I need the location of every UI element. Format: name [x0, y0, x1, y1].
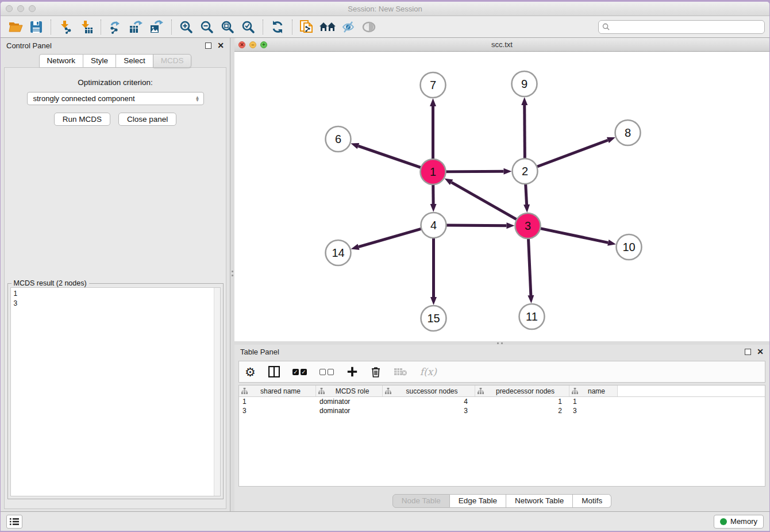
export-image-button[interactable]: [147, 18, 167, 36]
zoom-out-button[interactable]: [197, 18, 217, 36]
edge-2-3[interactable]: [526, 183, 527, 205]
open-session-button[interactable]: [5, 18, 26, 36]
save-session-button[interactable]: [26, 18, 47, 36]
table-cell[interactable]: 3: [569, 406, 618, 415]
horizontal-splitter[interactable]: [234, 341, 769, 345]
edge-3-11[interactable]: [528, 237, 530, 295]
node-11[interactable]: 11: [519, 304, 545, 329]
run-mcds-button[interactable]: Run MCDS: [54, 113, 110, 126]
edge-3-10[interactable]: [539, 228, 608, 242]
table-cell[interactable]: dominator: [316, 397, 383, 406]
import-table-button[interactable]: [76, 18, 97, 36]
floppy-disk-icon: [30, 21, 43, 33]
node-6[interactable]: 6: [326, 126, 351, 152]
edge-1-2[interactable]: [444, 171, 503, 172]
tab-edge-table[interactable]: Edge Table: [450, 494, 506, 508]
node-9[interactable]: 9: [512, 71, 537, 97]
table-cell[interactable]: 1: [475, 397, 569, 406]
result-scrollbar[interactable]: [214, 288, 220, 496]
tab-select[interactable]: Select: [116, 54, 153, 68]
table-cell[interactable]: 4: [383, 397, 475, 406]
tab-mcds[interactable]: MCDS: [153, 54, 192, 68]
import-network-button[interactable]: [55, 18, 76, 36]
function-builder-button[interactable]: f(x): [420, 363, 437, 380]
float-table-panel-icon[interactable]: [745, 349, 751, 355]
column-header-shared-name[interactable]: shared name: [239, 385, 316, 396]
tab-node-table[interactable]: Node Table: [392, 494, 450, 508]
edge-3-1[interactable]: [452, 182, 518, 220]
column-header-name[interactable]: name: [569, 385, 618, 396]
table-cell[interactable]: 3: [383, 406, 475, 415]
add-column-button[interactable]: [346, 363, 358, 380]
vertical-splitter[interactable]: [230, 38, 234, 511]
edge-4-14[interactable]: [359, 229, 422, 247]
zoom-in-icon: [179, 20, 193, 34]
zoom-selected-button[interactable]: [238, 18, 259, 36]
table-row[interactable]: 1dominator411: [239, 397, 765, 406]
node-7[interactable]: 7: [421, 72, 446, 98]
search-field[interactable]: [598, 20, 765, 34]
table-row[interactable]: 3dominator323: [239, 406, 765, 415]
node-1[interactable]: 1: [421, 159, 446, 184]
column-header-predecessor-nodes[interactable]: predecessor nodes: [475, 385, 569, 396]
tab-style[interactable]: Style: [83, 54, 116, 68]
close-panel-button[interactable]: Close panel: [118, 113, 176, 126]
optimization-criterion-select[interactable]: strongly connected component ▲▼: [27, 92, 204, 105]
node-4[interactable]: 4: [421, 213, 446, 238]
table-cell[interactable]: 1: [569, 397, 618, 406]
optimization-criterion-value: strongly connected component: [33, 94, 135, 103]
attribute-tree-icon: [572, 388, 578, 394]
node-2[interactable]: 2: [513, 159, 538, 184]
memory-button[interactable]: Memory: [714, 515, 764, 529]
edge-2-9[interactable]: [525, 105, 525, 160]
select-all-button[interactable]: ✓✓: [292, 363, 307, 380]
hide-eye-slash-icon: [341, 21, 356, 33]
tab-network[interactable]: Network: [39, 54, 84, 68]
toggle-panel-button[interactable]: [268, 363, 280, 380]
show-graphics-details-button[interactable]: [359, 18, 379, 36]
close-panel-icon[interactable]: ✕: [217, 41, 224, 49]
tab-motifs[interactable]: Motifs: [573, 494, 611, 508]
tab-network-table[interactable]: Network Table: [506, 494, 573, 508]
table-settings-button[interactable]: ⚙: [245, 363, 256, 380]
node-8[interactable]: 8: [615, 120, 641, 145]
memory-label: Memory: [730, 517, 757, 526]
optimization-criterion-label: Optimization criterion:: [78, 78, 153, 87]
zoom-fit-button[interactable]: [217, 18, 238, 36]
console-button[interactable]: [6, 515, 22, 529]
table-cell[interactable]: 2: [475, 406, 569, 415]
deselect-all-button[interactable]: [319, 363, 334, 380]
table-cell[interactable]: 3: [239, 406, 316, 415]
refresh-button[interactable]: [267, 18, 288, 36]
column-header-successor-nodes[interactable]: successor nodes: [383, 385, 475, 396]
delete-column-button[interactable]: [371, 363, 381, 380]
table-cell[interactable]: 1: [239, 397, 316, 406]
search-input[interactable]: [613, 23, 761, 31]
edge-2-8[interactable]: [536, 140, 608, 167]
zoom-fit-icon: [221, 20, 234, 34]
zoom-in-button[interactable]: [176, 18, 197, 36]
network-window-titlebar: ✕ − + scc.txt: [234, 38, 769, 52]
export-table-button[interactable]: [126, 18, 147, 36]
network-graph[interactable]: 7968124314101511: [234, 52, 769, 341]
export-network-button[interactable]: [105, 18, 126, 36]
fx-icon: f(x): [420, 366, 437, 377]
node-15[interactable]: 15: [421, 306, 446, 331]
table-cell[interactable]: dominator: [316, 406, 383, 415]
column-header-MCDS-role[interactable]: MCDS role: [316, 385, 383, 396]
first-neighbors-button[interactable]: [317, 18, 338, 36]
network-window-title: scc.txt: [234, 40, 769, 49]
network-canvas[interactable]: 7968124314101511: [234, 52, 769, 341]
hide-selected-button[interactable]: [338, 18, 359, 36]
edge-4-3[interactable]: [445, 225, 506, 226]
edge-1-6[interactable]: [358, 146, 422, 168]
mcds-result-text[interactable]: 1 3: [10, 287, 221, 496]
delete-table-button[interactable]: [394, 363, 407, 380]
node-10[interactable]: 10: [617, 234, 642, 260]
close-table-panel-icon[interactable]: ✕: [757, 348, 764, 356]
column-header-label: name: [578, 387, 615, 395]
float-panel-icon[interactable]: [205, 43, 211, 49]
node-3[interactable]: 3: [515, 213, 541, 238]
node-14[interactable]: 14: [326, 240, 351, 265]
new-network-from-selection-button[interactable]: [297, 18, 317, 36]
